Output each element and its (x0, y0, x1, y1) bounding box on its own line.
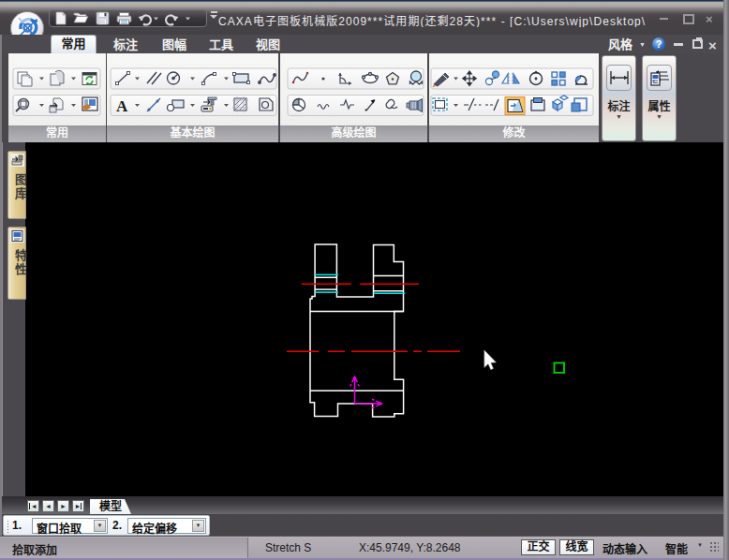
svg-text:A: A (116, 97, 128, 115)
